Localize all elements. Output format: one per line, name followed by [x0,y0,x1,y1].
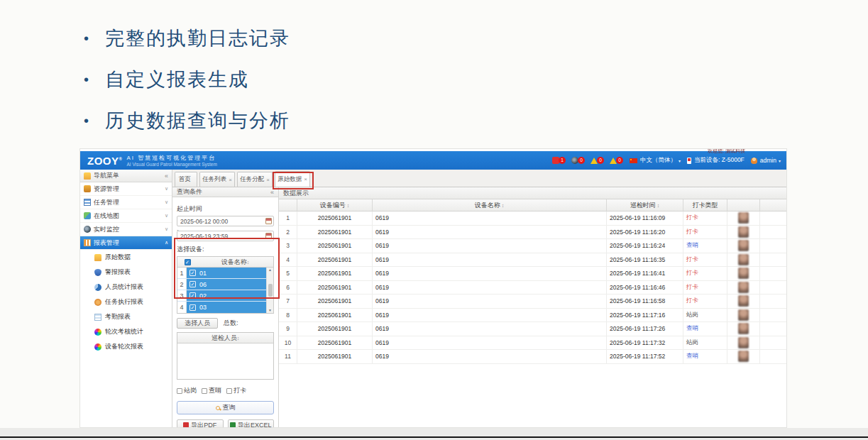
device-no-cell: 2025061901 [297,309,373,322]
collapse-sidebar-icon[interactable]: « [165,172,168,180]
search-button[interactable]: 查询 [177,401,274,414]
sidebar-item[interactable]: 资源管理 ∨ [80,182,172,196]
bullet-item: • 完整的执勤日志记录 [84,26,290,51]
device-row[interactable]: 4 ✓ 03 [177,302,273,313]
device-icon [687,158,691,164]
sidebar-sub-item[interactable]: 轮次考核统计 [80,324,172,339]
sidebar-sub-item[interactable]: 警报报表 [80,265,172,280]
alert-badge[interactable]: 1 [552,157,566,164]
patrol-photo[interactable] [738,309,749,321]
start-time-input[interactable]: 2025-06-12 00:00 [177,216,274,226]
device-name-column-header[interactable]: 设备名称 [373,199,607,211]
patrol-time-column-header[interactable]: 巡检时间 [607,199,683,211]
sidebar-item-icon [84,239,91,246]
type-column-header[interactable]: 打卡类型 [683,199,727,211]
tab-close-icon[interactable]: × [229,177,232,183]
select-person-button[interactable]: 选择人员 [177,318,218,329]
type-filter[interactable]: 打卡 [226,386,246,395]
tab[interactable]: 首页 [175,172,197,187]
calendar-icon[interactable] [265,218,272,224]
device-no-column-header[interactable]: 设备编号 [297,199,373,211]
sidebar-sub-item[interactable]: 人员统计报表 [80,280,172,295]
person-column-header[interactable]: 巡检人员 [177,333,273,343]
table-row[interactable]: 9 2025061901 0619 2025-06-19 11:17:26 查哨 [279,322,786,336]
patrol-photo[interactable] [738,337,749,348]
device-no-cell: 2025061901 [297,336,373,350]
patrol-photo[interactable] [738,226,749,238]
tab[interactable]: 任务列表 × [199,172,235,187]
device-name-cell: 0619 [373,239,607,253]
table-row[interactable]: 4 2025061901 0619 2025-06-19 11:16:35 打卡 [279,253,786,268]
type-filter-label: 查哨 [209,386,221,395]
patrol-photo[interactable] [738,212,749,224]
presentation-slide: • 完整的执勤日志记录 • 自定义报表生成 • 历史数据查询与分析 欢迎您: 测… [0,0,868,440]
row-number-column [279,199,297,211]
patrol-photo[interactable] [738,254,749,265]
type-filter-checkbox[interactable] [202,388,207,394]
alert-badge[interactable]: 0 [590,157,604,164]
row-number: 10 [279,336,297,350]
patrol-photo[interactable] [738,268,749,279]
current-device[interactable]: 当前设备: Z-5000F [687,156,745,165]
sub-item-icon [94,329,101,336]
chevron-icon: ∧ [165,240,168,246]
table-row[interactable]: 3 2025061901 0619 2025-06-19 11:16:24 查哨 [279,239,786,253]
device-no-cell: 2025061901 [297,211,373,225]
type-filter-checkbox[interactable] [177,388,182,394]
table-row[interactable]: 11 2025061901 0619 2025-06-19 11:17:52 查… [279,350,786,364]
topbar-right: 1 0 0 [552,156,781,165]
language-selector[interactable]: 中文（简体） ▾ [630,156,681,165]
patrol-photo[interactable] [738,323,749,334]
export-pdf-button[interactable]: 导出PDF [177,419,224,428]
device-name-cell: 0619 [373,226,607,239]
type-filter-checkbox[interactable] [226,388,232,394]
sidebar-item[interactable]: 实时监控 ∨ [80,223,172,236]
export-excel-button[interactable]: 导出EXCEL [228,419,275,428]
device-no-cell: 2025061901 [297,295,373,308]
table-row[interactable]: 5 2025061901 0619 2025-06-19 11:16:41 打卡 [279,267,786,281]
patrol-photo[interactable] [738,240,749,251]
sidebar-sub-item[interactable]: 任务执行报表 [80,295,172,309]
alert-badge[interactable]: 0 [610,157,623,164]
sidebar-sub-item[interactable]: 原始数据 [80,250,172,265]
sidebar-item[interactable]: 在线地图 ∨ [80,209,172,223]
user-menu[interactable]: admin ▾ [751,157,781,164]
table-row[interactable]: 2 2025061901 0619 2025-06-19 11:16:20 打卡 [279,226,786,240]
bullet-dot: • [84,72,105,88]
patrol-time-cell: 2025-06-19 11:16:46 [607,281,683,295]
sidebar-sub-item[interactable]: 考勤报表 [80,309,172,324]
table-row[interactable]: 8 2025061901 0619 2025-06-19 11:17:16 站岗 [279,309,786,323]
device-name-cell: 0619 [373,295,607,308]
scroll-down-icon[interactable]: ▼ [268,309,272,312]
patrol-photo[interactable] [738,295,749,307]
sub-item-icon [94,269,101,276]
type-filters: 站岗 查哨 打卡 [177,386,274,395]
table-row[interactable]: 6 2025061901 0619 2025-06-19 11:16:46 打卡 [279,281,786,295]
alert-badge[interactable]: 0 [571,157,585,164]
row-number: 7 [279,295,297,308]
alert-count: 0 [597,157,604,164]
sub-item-label: 原始数据 [105,253,131,262]
sidebar-item[interactable]: 任务管理 ∨ [80,196,172,209]
type-filter[interactable]: 站岗 [177,386,197,395]
tab[interactable]: 任务分配 × [237,172,273,187]
patrol-photo[interactable] [738,351,749,362]
tab-close-icon[interactable]: × [266,177,270,183]
patrol-photo[interactable] [738,282,749,293]
patrol-time-cell: 2025-06-19 11:16:35 [607,253,683,267]
chevron-down-icon: ▾ [679,158,681,163]
row-number: 5 [279,267,297,280]
table-row[interactable]: 7 2025061901 0619 2025-06-19 11:16:58 打卡 [279,295,786,309]
query-panel: 查询条件 « 起止时间 2025-06-12 00:00 - [172,187,279,427]
type-filter[interactable]: 查哨 [202,386,221,395]
table-row[interactable]: 10 2025061901 0619 2025-06-19 11:17:32 站… [279,336,786,351]
device-name-cell: 0619 [373,281,607,295]
sidebar-item[interactable]: 报表管理 ∧ [80,236,172,250]
collapse-panel-icon[interactable]: « [270,189,274,196]
username-label: admin [760,157,776,164]
sidebar-sub-item[interactable]: 设备轮次报表 [80,339,172,354]
type-badge: 打卡 [686,269,698,277]
table-row[interactable]: 1 2025061901 0619 2025-06-19 11:16:09 打卡 [279,211,786,226]
chevron-icon: ∨ [165,199,168,205]
device-checkbox[interactable]: ✓ [189,304,196,311]
